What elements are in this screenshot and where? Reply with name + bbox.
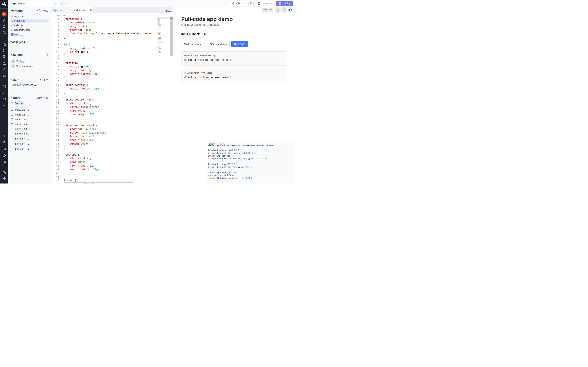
svg-text:3: 3 bbox=[12, 20, 13, 21]
svg-text:TS: TS bbox=[12, 34, 13, 35]
